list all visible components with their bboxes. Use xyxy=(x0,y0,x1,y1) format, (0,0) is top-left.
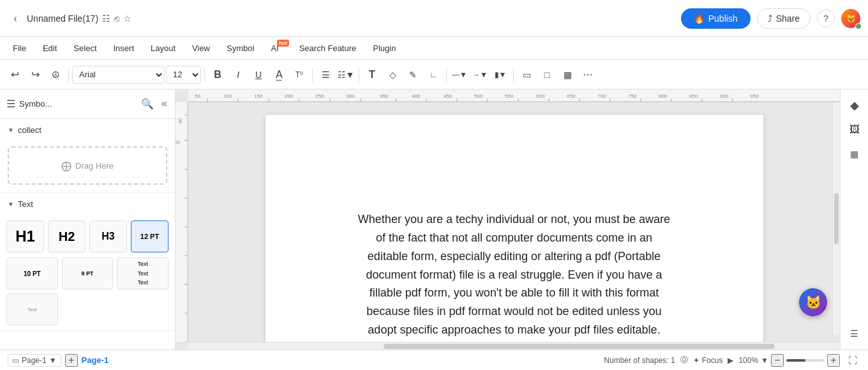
star-icon[interactable]: ☆ xyxy=(123,13,131,24)
shapes-count: Number of shapes: 1 xyxy=(604,356,675,365)
avatar[interactable]: 🐱 xyxy=(841,9,860,28)
sidebar-text-section: ▼ Text H1 H2 H3 12 PT 10 PT 9 PT Text Te… xyxy=(0,193,175,331)
right-sidebar: ◆ 🖼 ▦ ☰ xyxy=(840,89,868,350)
text-12pt-item[interactable]: 12 PT xyxy=(131,220,168,252)
align-button[interactable]: ☰ xyxy=(316,65,335,84)
text-10pt-item[interactable]: 10 PT xyxy=(6,258,58,289)
collect-toggle-icon: ▼ xyxy=(8,127,14,134)
menu-view[interactable]: View xyxy=(184,41,218,56)
bold-button[interactable]: B xyxy=(208,65,227,84)
zoom-slider[interactable] xyxy=(786,359,825,362)
font-family-select[interactable]: Arial Times New Roman Helvetica xyxy=(72,66,165,84)
canvas-scroll-area[interactable]: Whether you are a techy individual or no… xyxy=(188,102,840,342)
v-scrollbar-thumb xyxy=(834,193,839,244)
sidebar-menu-icon: ☰ xyxy=(6,98,15,110)
superscript-button[interactable]: T⁰ xyxy=(290,65,309,84)
top-bar-left: ‹ Unnamed File(17) ☷ ⎋ ☆ xyxy=(8,11,676,26)
border-style-button[interactable]: ▮▼ xyxy=(491,65,510,84)
arrange-button[interactable]: ▦ xyxy=(558,65,577,84)
publish-button[interactable]: 🔥 Publish xyxy=(681,8,751,29)
redo-button[interactable]: ↪ xyxy=(26,65,45,84)
zoom-in-button[interactable]: + xyxy=(827,354,840,367)
fill-button[interactable]: ◇ xyxy=(383,65,402,84)
zoom-dropdown-icon[interactable]: ▼ xyxy=(761,356,768,365)
v-scrollbar[interactable] xyxy=(832,102,840,334)
collect-section-header[interactable]: ▼ collect xyxy=(0,119,175,141)
ruler-vertical: 90 100 xyxy=(176,102,188,342)
fullscreen-button[interactable]: ⛶ xyxy=(845,353,860,368)
menu-search-feature[interactable]: Search Feature xyxy=(292,41,364,56)
underline-button[interactable]: U xyxy=(249,65,268,84)
bottom-bar: ▭ Page-1 ▼ + Page-1 Number of shapes: 1 … xyxy=(0,350,868,370)
play-button[interactable]: ▶ xyxy=(728,356,733,365)
layout-icon[interactable]: ☷ xyxy=(102,13,110,24)
share-link-icon[interactable]: ⎋ xyxy=(114,13,119,24)
right-list-button[interactable]: ☰ xyxy=(844,323,865,344)
toolbar-divider-6 xyxy=(513,68,514,82)
arrow-style-button[interactable]: →▼ xyxy=(470,65,490,84)
menu-select[interactable]: Select xyxy=(66,41,104,56)
zoom-out-button[interactable]: − xyxy=(771,354,784,367)
help-button[interactable]: ? xyxy=(817,10,835,27)
layers-button[interactable]: Ⓞ xyxy=(680,355,688,366)
font-color-button[interactable]: A̲ xyxy=(269,65,288,84)
active-page-tab[interactable]: Page-1 xyxy=(82,355,109,365)
page-dropdown-icon: ▼ xyxy=(49,356,57,365)
menu-edit[interactable]: Edit xyxy=(35,41,64,56)
page-selector[interactable]: ▭ Page-1 ▼ xyxy=(8,354,61,367)
text-multiline-item[interactable]: Text Text Text xyxy=(117,258,168,289)
text-9pt-item[interactable]: 9 PT xyxy=(62,258,114,289)
text-h2-item[interactable]: H2 xyxy=(48,220,86,252)
frame-button[interactable]: ▭ xyxy=(517,65,536,84)
pen-button[interactable]: ✎ xyxy=(403,65,423,84)
back-icon[interactable]: ‹ xyxy=(8,11,23,26)
focus-icon: ✦ xyxy=(693,356,700,365)
toolbar-divider-2 xyxy=(204,68,205,82)
publish-icon: 🔥 xyxy=(694,13,705,24)
add-page-button[interactable]: + xyxy=(65,354,78,367)
corner-button[interactable]: ∟ xyxy=(424,65,443,84)
menu-insert[interactable]: Insert xyxy=(106,41,142,56)
svg-text:950: 950 xyxy=(750,93,759,99)
right-grid-button[interactable]: ▦ xyxy=(844,143,865,165)
format-paint-button[interactable]: ☮ xyxy=(46,65,65,84)
svg-text:750: 750 xyxy=(628,93,637,99)
toolbar-divider-3 xyxy=(312,68,313,82)
title-icons: ☷ ⎋ ☆ xyxy=(102,13,131,24)
menu-plugin[interactable]: Plugin xyxy=(365,41,403,56)
menu-ai[interactable]: AI hot xyxy=(263,41,290,56)
right-image-button[interactable]: 🖼 xyxy=(844,119,865,141)
bottom-bar-left: ▭ Page-1 ▼ + Page-1 xyxy=(8,354,108,367)
frame2-button[interactable]: □ xyxy=(537,65,557,84)
canvas-background: Whether you are a techy individual or no… xyxy=(188,102,840,342)
menu-file[interactable]: File xyxy=(5,41,34,56)
sidebar-search-icon[interactable]: 🔍 xyxy=(140,96,155,111)
text-section-header[interactable]: ▼ Text xyxy=(0,193,175,215)
text-h1-item[interactable]: H1 xyxy=(6,220,44,252)
line-style-button[interactable]: —▼ xyxy=(450,65,469,84)
undo-button[interactable]: ↩ xyxy=(5,65,24,84)
right-fill-button[interactable]: ◆ xyxy=(844,95,865,116)
more-button[interactable]: ⋯ xyxy=(578,65,597,84)
svg-text:400: 400 xyxy=(412,93,421,99)
drag-drop-area[interactable]: ⨁ Drag Here xyxy=(8,146,167,185)
ai-float-button[interactable]: 🐱 xyxy=(799,288,827,316)
svg-text:90: 90 xyxy=(178,118,183,123)
text-h3-item[interactable]: H3 xyxy=(89,220,127,252)
sidebar-collect-section: ▼ collect ⨁ Drag Here xyxy=(0,119,175,193)
text-tiny-item[interactable]: Text xyxy=(6,293,58,325)
h-scrollbar[interactable] xyxy=(188,342,840,350)
text-align-dropdown[interactable]: ☷▼ xyxy=(336,65,355,84)
text-mode-button[interactable]: T xyxy=(363,65,382,84)
canvas-page[interactable]: Whether you are a techy individual or no… xyxy=(266,115,763,342)
page-icon: ▭ xyxy=(12,356,19,365)
menu-symbol[interactable]: Symbol xyxy=(219,41,262,56)
focus-button[interactable]: ✦ Focus xyxy=(693,356,723,365)
italic-button[interactable]: I xyxy=(228,65,248,84)
menu-layout[interactable]: Layout xyxy=(143,41,183,56)
sidebar-collapse-icon[interactable]: « xyxy=(160,96,168,111)
svg-text:800: 800 xyxy=(659,93,668,99)
ruler-v-svg: 90 100 xyxy=(176,102,188,342)
share-button[interactable]: ⤴ Share xyxy=(757,8,811,29)
font-size-select[interactable]: 12 10 14 18 24 xyxy=(166,66,201,84)
